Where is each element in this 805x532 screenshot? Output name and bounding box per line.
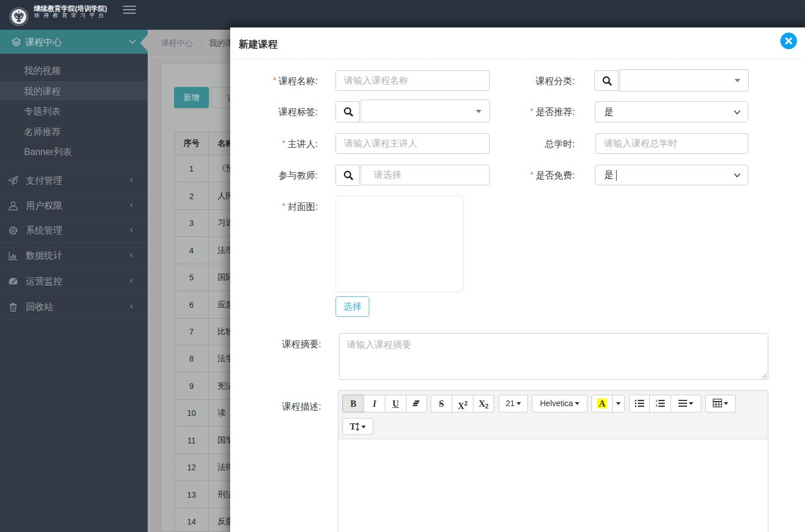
svg-text:2: 2 [656, 404, 658, 407]
svg-text:1: 1 [656, 399, 658, 403]
